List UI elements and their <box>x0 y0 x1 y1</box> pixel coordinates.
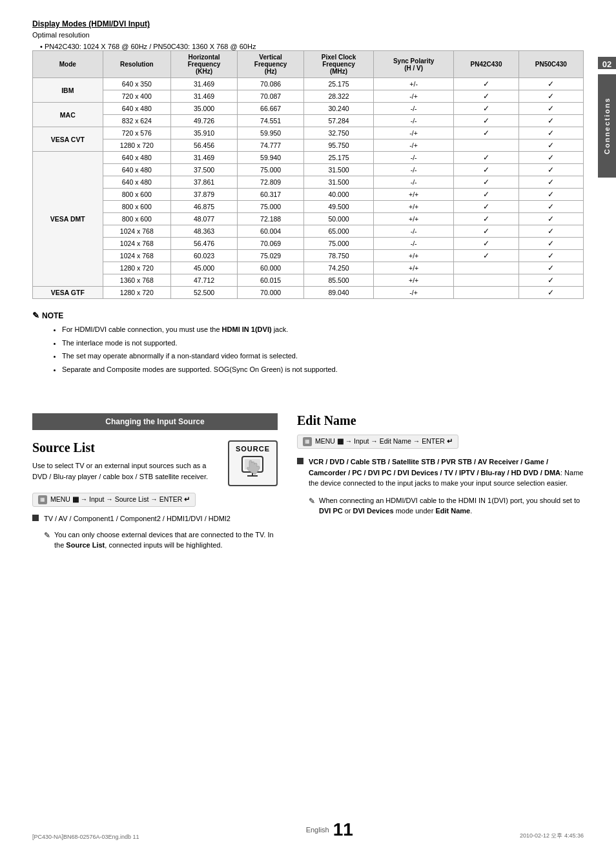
footer-left: [PC430-NA]BN68-02576A-03Eng.indb 11 <box>32 834 139 840</box>
bullet-square <box>32 515 39 521</box>
col-vfreq: VerticalFrequency(Hz) <box>238 51 304 78</box>
edit-name-menu-path: ▦ MENU ▦ → Input → Edit Name → ENTER ↵ <box>297 435 458 449</box>
table-row: 1280 x 720 45.000 60.000 74.250 +/+ <box>33 262 584 274</box>
table-row: VESA GTF 1280 x 720 52.500 70.000 89.040… <box>33 287 584 299</box>
menu-icon: ▦ <box>38 495 47 504</box>
table-row: IBM 640 x 350 31.469 70.086 25.175 +/- <box>33 78 584 90</box>
table-row: 1360 x 768 47.712 60.015 85.500 +/+ <box>33 274 584 287</box>
edit-name-sub-note-text: When connecting an HDMI/DVI cable to the… <box>319 495 584 517</box>
table-row: VESA DMT 640 x 480 31.469 59.940 25.175 … <box>33 152 584 164</box>
table-row: 800 x 600 48.077 72.188 50.000 +/+ <box>33 213 584 225</box>
table-row: 720 x 400 31.469 70.087 28.322 -/+ <box>33 90 584 103</box>
table-row: 640 x 480 37.861 72.809 31.500 -/- <box>33 176 584 189</box>
mode-mac: MAC <box>33 103 103 127</box>
bottom-section: Changing the Input Source SOURCE <box>32 413 584 551</box>
source-list-menu-path-container: ▦ MENU ▦ → Input → Source List → ENTER ↵ <box>32 493 278 507</box>
note-title: ✎ NOTE <box>32 311 584 320</box>
col-hfreq: HorizontalFrequency(KHz) <box>171 51 238 78</box>
note-item-2: The interlace mode is not supported. <box>62 338 584 349</box>
source-list-menu-path: ▦ MENU ▦ → Input → Source List → ENTER ↵ <box>32 493 196 507</box>
source-list-section: SOURCE Source <box>32 440 278 493</box>
edit-name-heading: Edit Name <box>297 413 584 428</box>
display-modes-section: Display Modes (HDMI/DVI Input) Optimal r… <box>32 19 584 50</box>
note-icon: ✎ <box>32 311 39 320</box>
input-source-banner: Changing the Input Source <box>32 413 278 430</box>
edit-name-bullet-text: VCR / DVD / Cable STB / Satellite STB / … <box>309 457 584 489</box>
table-row: VESA CVT 720 x 576 35.910 59.950 32.750 … <box>33 127 584 139</box>
col-pn50: PN50C430 <box>518 51 583 78</box>
table-row: 1024 x 768 48.363 60.004 65.000 -/- <box>33 225 584 238</box>
note-item-4: Separate and Composite modes are support… <box>62 364 584 375</box>
source-list-tv-heading: TV / AV / Component1 / Component2 / HDMI… <box>44 513 231 524</box>
left-column: Changing the Input Source SOURCE <box>32 413 278 551</box>
mode-vesacvt: VESA CVT <box>33 127 103 152</box>
note-section: ✎ NOTE For HDMI/DVI cable connection, yo… <box>32 311 584 375</box>
source-list-sub-note-text: You can only choose external devices tha… <box>54 529 278 551</box>
col-sync: Sync Polarity(H / V) <box>373 51 453 78</box>
section-number: 02 <box>598 57 616 69</box>
section-label: Connections <box>598 74 616 178</box>
edit-name-sub-note: ✎ When connecting an HDMI/DVI cable to t… <box>309 495 584 517</box>
mode-vesadmt: VESA DMT <box>33 152 103 287</box>
note-item-3: The set may operate abnormally if a non-… <box>62 351 584 362</box>
optimal-res-label: Optimal resolution <box>32 31 584 39</box>
table-row: 1280 x 720 56.456 74.777 95.750 -/+ <box>33 139 584 152</box>
edit-name-menu-path-container: ▦ MENU ▦ → Input → Edit Name → ENTER ↵ <box>297 435 584 449</box>
col-mode: Mode <box>33 51 103 78</box>
note-label: NOTE <box>42 311 63 320</box>
source-list-tv-bullet: TV / AV / Component1 / Component2 / HDMI… <box>32 513 278 524</box>
note-item-1: For HDMI/DVI cable connection, you must … <box>62 324 584 335</box>
col-pixel: Pixel ClockFrequency(MHz) <box>304 51 374 78</box>
table-row: 640 x 480 37.500 75.000 31.500 -/- <box>33 164 584 176</box>
source-button-icon <box>236 455 270 482</box>
edit-name-bullet: VCR / DVD / Cable STB / Satellite STB / … <box>297 457 584 489</box>
table-row: 1024 x 768 60.023 75.029 78.750 +/+ <box>33 250 584 262</box>
optimal-res-value: • PN42C430: 1024 X 768 @ 60Hz / PN50C430… <box>40 43 584 50</box>
display-modes-title: Display Modes (HDMI/DVI Input) <box>32 19 584 28</box>
display-modes-table: Mode Resolution HorizontalFrequency(KHz)… <box>32 50 584 299</box>
col-resolution: Resolution <box>103 51 170 78</box>
table-row: 800 x 600 37.879 60.317 40.000 +/+ <box>33 189 584 201</box>
page-number-value: 11 <box>333 819 353 840</box>
table-row: 832 x 624 49.726 74.551 57.284 -/- <box>33 115 584 127</box>
page-number-container: English 11 <box>306 819 353 840</box>
right-column: Edit Name ▦ MENU ▦ → Input → Edit Name →… <box>297 413 584 551</box>
source-button-container: SOURCE <box>228 440 278 486</box>
footer-right: 2010-02-12 오후 4:45:36 <box>520 832 584 840</box>
table-row: 1024 x 768 56.476 70.069 75.000 -/- <box>33 238 584 250</box>
mode-ibm: IBM <box>33 78 103 103</box>
table-row: 800 x 600 46.875 75.000 49.500 +/+ <box>33 201 584 213</box>
page-footer: [PC430-NA]BN68-02576A-03Eng.indb 11 Engl… <box>32 819 584 840</box>
source-button: SOURCE <box>228 440 278 486</box>
mode-vesagtf: VESA GTF <box>33 287 103 299</box>
table-row: MAC 640 x 480 35.000 66.667 30.240 -/- <box>33 103 584 115</box>
page-number-label: English <box>306 826 329 834</box>
sub-note-icon: ✎ <box>44 529 50 551</box>
res-cell: 640 x 350 <box>103 78 170 90</box>
edit-bullet-square <box>297 458 303 464</box>
edit-menu-icon: ▦ <box>303 437 312 446</box>
col-pn42: PN42C430 <box>454 51 518 78</box>
source-button-label: SOURCE <box>236 445 270 453</box>
edit-sub-note-icon: ✎ <box>309 495 315 517</box>
source-list-sub-note: ✎ You can only choose external devices t… <box>44 529 278 551</box>
